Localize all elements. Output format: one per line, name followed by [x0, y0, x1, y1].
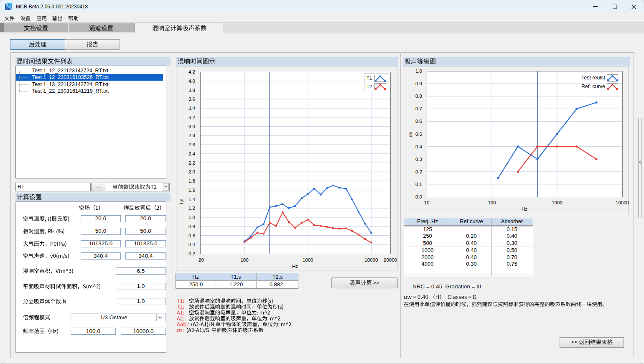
- svg-text:Ref. curve: Ref. curve: [581, 84, 605, 89]
- svg-text:T2: T2: [367, 84, 372, 89]
- svg-text:T1: T1: [367, 76, 372, 81]
- svg-text:Test reulst: Test reulst: [581, 75, 605, 81]
